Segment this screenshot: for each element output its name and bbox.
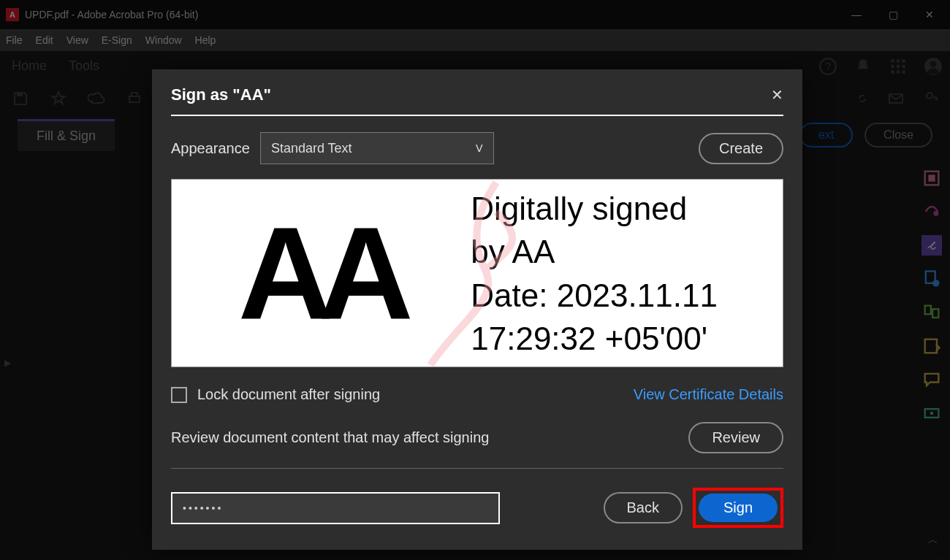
separator (171, 468, 783, 469)
lock-document-checkbox[interactable] (171, 387, 187, 403)
review-button[interactable]: Review (688, 422, 783, 453)
preview-line-1: Digitally signed (471, 187, 777, 230)
sign-button[interactable]: Sign (699, 494, 778, 522)
lock-document-label: Lock document after signing (197, 386, 380, 403)
signature-password-input[interactable] (171, 492, 500, 524)
signature-preview: AA Digitally signed by AA Date: 2023.11.… (171, 179, 783, 367)
dialog-close-button[interactable]: ✕ (771, 86, 783, 104)
appearance-label: Appearance (171, 140, 250, 157)
create-appearance-button[interactable]: Create (699, 133, 783, 164)
preview-line-4: 17:29:32 +05'00' (471, 317, 777, 360)
appearance-value: Standard Text (271, 141, 352, 156)
sign-dialog: Sign as "AA" ✕ Appearance Standard Text … (152, 69, 802, 550)
preview-line-3: Date: 2023.11.11 (471, 274, 777, 317)
chevron-down-icon: ᐯ (476, 142, 483, 154)
review-content-label: Review document content that may affect … (171, 429, 489, 446)
dialog-title: Sign as "AA" (171, 85, 771, 104)
view-certificate-link[interactable]: View Certificate Details (634, 386, 783, 403)
preview-line-2: by AA (471, 230, 777, 273)
back-button[interactable]: Back (604, 492, 683, 523)
sign-button-highlight: Sign (693, 488, 783, 528)
preview-initials: AA (238, 198, 399, 349)
appearance-dropdown[interactable]: Standard Text ᐯ (260, 132, 494, 164)
